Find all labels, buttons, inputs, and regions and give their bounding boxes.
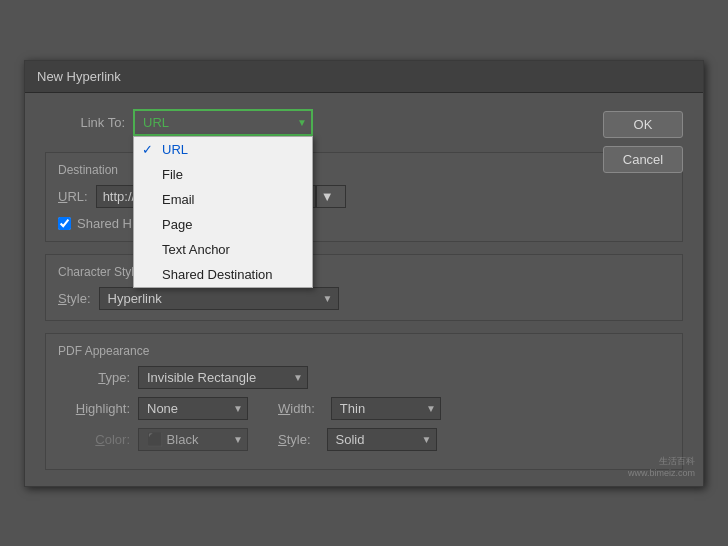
dropdown-item-text-anchor[interactable]: Text Anchor [134,237,312,262]
link-to-label: Link To: [45,115,125,130]
width-label: Width: [278,401,315,416]
width-select[interactable]: Thin Medium Thick [331,397,441,420]
dropdown-item-url[interactable]: URL [134,137,312,162]
highlight-select[interactable]: None Invert Outline Inset [138,397,248,420]
style-dropdown-wrapper: Hyperlink ▼ [99,287,339,310]
url-label: URL: [58,189,88,204]
dropdown-item-page[interactable]: Page [134,212,312,237]
color-style-row: Color: ⬛ Black Red ▼ Style: Solid Dashed [58,428,670,451]
dialog-title: New Hyperlink [25,61,703,93]
type-label: Type: [58,370,130,385]
cancel-button[interactable]: Cancel [603,146,683,173]
color-select: ⬛ Black Red [138,428,248,451]
dropdown-item-email[interactable]: Email [134,187,312,212]
style-row: Style: Hyperlink ▼ [58,287,670,310]
type-select-wrapper: Invisible Rectangle Visible Rectangle ▼ [138,366,308,389]
style-label: Style: [58,291,91,306]
highlight-width-row: Highlight: None Invert Outline Inset ▼ W… [58,397,670,420]
type-select[interactable]: Invisible Rectangle Visible Rectangle [138,366,308,389]
width-group: Width: Thin Medium Thick ▼ [278,397,441,420]
shared-label: Shared H [77,216,132,231]
width-select-wrapper: Thin Medium Thick ▼ [331,397,441,420]
shared-checkbox[interactable] [58,217,71,230]
highlight-label: Highlight: [58,401,130,416]
dropdown-item-file[interactable]: File [134,162,312,187]
link-to-select-wrapper: URL File Email Page Text Anchor Shared D… [133,109,313,136]
link-to-dropdown-menu[interactable]: URL File Email Page Text Anchor Shared D… [133,136,313,288]
linestyle-select-wrapper: Solid Dashed Dotted ▼ [327,428,437,451]
linestyle-select[interactable]: Solid Dashed Dotted [327,428,437,451]
url-dropdown[interactable]: ▼ [316,185,346,208]
color-label: Color: [58,432,130,447]
link-to-select[interactable]: URL File Email Page Text Anchor Shared D… [133,109,313,136]
link-to-row: Link To: URL File Email Page Text Anchor… [45,109,683,136]
style-group: Style: Solid Dashed Dotted ▼ [278,428,437,451]
pdf-appearance-label: PDF Appearance [58,344,670,358]
type-row: Type: Invisible Rectangle Visible Rectan… [58,366,670,389]
style-select[interactable]: Hyperlink [99,287,339,310]
new-hyperlink-dialog: New Hyperlink OK Cancel Link To: URL Fil… [24,60,704,487]
highlight-select-wrapper: None Invert Outline Inset ▼ [138,397,248,420]
linestyle-label: Style: [278,432,311,447]
color-select-wrapper: ⬛ Black Red ▼ [138,428,248,451]
pdf-appearance-section: PDF Appearance Type: Invisible Rectangle… [45,333,683,470]
dropdown-item-shared-destination[interactable]: Shared Destination [134,262,312,287]
